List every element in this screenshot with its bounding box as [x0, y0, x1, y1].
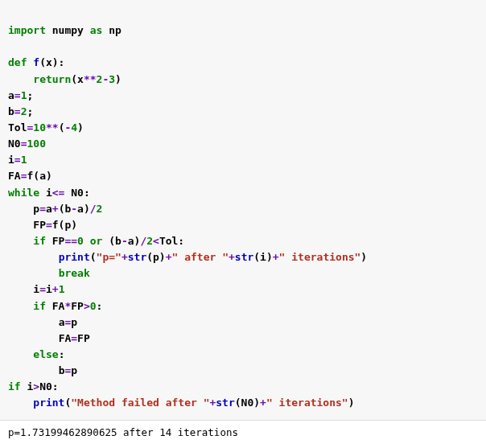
code-cell: import numpy as np def f(x): return(x**2… — [0, 0, 486, 420]
kw-if: if — [33, 235, 46, 247]
line-20: FA=FP — [8, 332, 90, 344]
fn-print: print — [59, 251, 90, 263]
output-text: p=1.73199462890625 after 14 iterations — [8, 426, 238, 438]
output-cell: p=1.73199462890625 after 14 iterations — [0, 420, 486, 446]
kw-def: def — [8, 56, 27, 68]
line-12: p=a+(b-a)/2 — [8, 203, 102, 215]
line-23: if i>N0: — [8, 380, 59, 393]
kw-import: import — [8, 24, 46, 36]
kw-as: as — [90, 24, 103, 36]
line-16: break — [8, 267, 90, 279]
line-22: b=p — [8, 364, 77, 376]
line-15: print("p="+str(p)+" after "+str(i)+" ite… — [8, 251, 367, 263]
kw-else: else — [33, 348, 58, 360]
line-19: a=p — [8, 316, 77, 328]
line-4: return(x**2-3) — [8, 73, 122, 85]
line-5: a=1; — [8, 89, 33, 101]
line-9: i=1 — [8, 154, 27, 166]
line-24: print("Method failed after "+str(N0)+" i… — [8, 397, 355, 409]
kw-return: return — [33, 73, 71, 85]
line-11: while i<= N0: — [8, 187, 90, 199]
kw-break: break — [59, 267, 90, 279]
line-7: Tol=10**(-4) — [8, 121, 84, 134]
line-3: def f(x): — [8, 56, 64, 68]
kw-while: while — [8, 187, 39, 199]
line-18: if FA*FP>0: — [8, 300, 102, 312]
line-1: import numpy as np — [8, 24, 122, 36]
kw-if: if — [33, 300, 46, 312]
line-17: i=i+1 — [8, 283, 64, 295]
fn-print: print — [33, 397, 64, 409]
line-8: N0=100 — [8, 138, 46, 150]
line-6: b=2; — [8, 105, 33, 117]
line-13: FP=f(p) — [8, 219, 77, 231]
line-21: else: — [8, 348, 64, 360]
kw-or: or — [90, 235, 103, 247]
line-14: if FP==0 or (b-a)/2<Tol: — [8, 235, 184, 247]
line-10: FA=f(a) — [8, 170, 52, 182]
kw-if: if — [8, 380, 21, 393]
